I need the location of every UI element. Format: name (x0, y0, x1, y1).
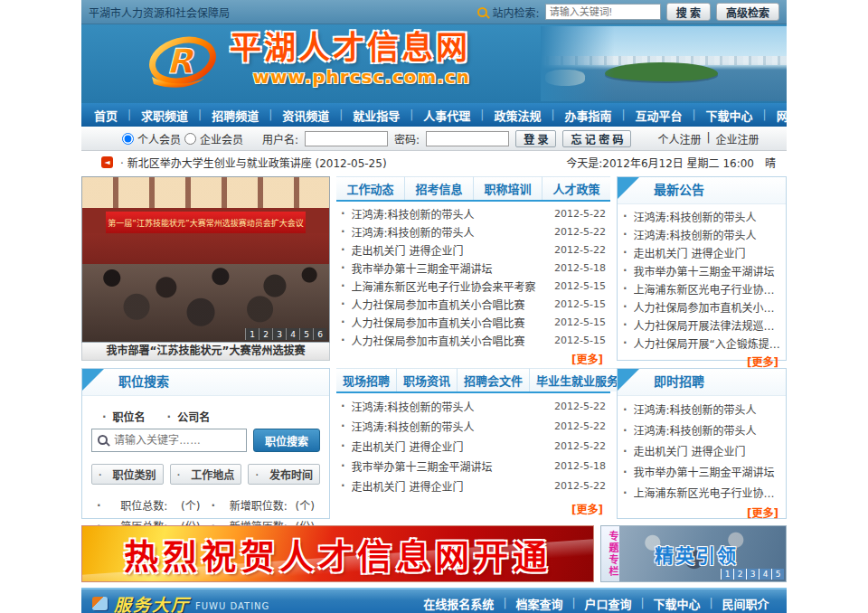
job-filter-button[interactable]: 职位类别 (91, 464, 164, 485)
keyword-input[interactable] (91, 429, 247, 452)
site-search-input[interactable] (545, 4, 661, 20)
nav-link[interactable]: 首页 (85, 107, 127, 124)
photo-page-button[interactable]: 4 (286, 328, 299, 340)
work-news-more-link[interactable]: [更多] (571, 354, 603, 366)
page-container: 平湖市人力资源和社会保障局 站内检索: 搜 索 高级检索 R (81, 0, 787, 613)
nav-link[interactable]: 政策法规 (485, 107, 550, 124)
instant-job-link[interactable]: 走出机关门 进得企业门 (634, 446, 746, 458)
news-link[interactable]: 我市举办第十三期金平湖讲坛 (352, 458, 493, 474)
announcement-link[interactable]: 人力社保局参加市直机关小合唱比赛 (634, 302, 780, 315)
news-tab[interactable]: 人才政策 (542, 176, 610, 200)
special-column-title: 精英引领 (619, 541, 773, 568)
advanced-search-button[interactable]: 高级检索 (716, 3, 779, 21)
photo-page-button[interactable]: 6 (313, 328, 326, 340)
announcements-panel: 最新公告 汪鸿涛:科技创新的带头人 汪鸿涛:科技创新的带头人 走出机关门 进得企… (617, 176, 787, 361)
job-filter-button[interactable]: 发布时间 (248, 464, 320, 485)
side-page-button[interactable]: 3 (746, 569, 759, 580)
news-tab[interactable]: 职称培训 (474, 176, 542, 200)
announcement-link[interactable]: 人力社保局开展法律法规巡回培训 (634, 320, 780, 333)
news-link[interactable]: 汪鸿涛:科技创新的带头人 (352, 224, 475, 240)
news-link[interactable]: 人力社保局参加市直机关小合唱比赛 (352, 297, 525, 312)
instant-job-link[interactable]: 我市举办第十三期金平湖讲坛 (634, 467, 775, 479)
service-link[interactable]: 民间职介 (722, 595, 769, 612)
photo-page-button[interactable]: 5 (299, 328, 313, 340)
stat-label: 新增职位数: (230, 497, 288, 513)
nav-link[interactable]: 求职频道 (132, 107, 197, 124)
job-search-tab[interactable]: 公司名 (156, 406, 222, 427)
company-member-radio[interactable] (184, 133, 196, 145)
job-filter-button[interactable]: 工作地点 (170, 464, 242, 485)
announcement-link[interactable]: 汪鸿涛:科技创新的带头人 (634, 212, 757, 224)
announcement-link[interactable]: 人力社保局开展“入企锻炼提素质” (634, 338, 780, 351)
news-link[interactable]: 汪鸿涛:科技创新的带头人 (352, 399, 475, 414)
side-page-button[interactable]: 1 (721, 569, 733, 580)
side-page-button[interactable]: 2 (733, 569, 746, 580)
special-column-banner[interactable]: 专题专栏 精英引领 1 2 3 4 5 (600, 525, 787, 582)
personal-member-radio[interactable] (122, 133, 134, 145)
login-button[interactable]: 登 录 (515, 130, 556, 147)
service-link[interactable]: 档案查询 (515, 595, 562, 612)
celebration-banner[interactable]: 热烈祝贺人才信息网开通 (81, 525, 594, 582)
nav-link[interactable]: 就业指导 (344, 107, 409, 124)
search-button[interactable]: 搜 索 (666, 3, 711, 21)
announcements-more-link[interactable]: [更多] (747, 356, 778, 369)
forgot-password-button[interactable]: 忘 记 密 码 (562, 130, 631, 147)
news-tab[interactable]: 现场招聘 (336, 368, 397, 391)
stat-label: 职位总数: (120, 497, 167, 513)
job-search-panel: 职位搜索 职位名 公司名 职位搜索 (81, 368, 330, 519)
news-link[interactable]: 人力社保局参加市直机关小合唱比赛 (352, 315, 525, 330)
work-news-tabs: 工作动态 招考信息 职称培训 人才政策 (336, 176, 610, 202)
photo-page-button[interactable]: 3 (272, 328, 286, 340)
side-page-button[interactable]: 5 (771, 569, 784, 580)
photo-page-button[interactable]: 2 (259, 328, 272, 340)
nav-link[interactable]: 办事指南 (555, 107, 620, 124)
service-hall-icon (92, 597, 108, 610)
news-link[interactable]: 汪鸿涛:科技创新的带头人 (352, 206, 475, 222)
announcement-link[interactable]: 我市举办第十三期金平湖讲坛 (634, 266, 775, 278)
news-tab[interactable]: 招聘会文件 (458, 368, 530, 391)
news-link[interactable]: 汪鸿涛:科技创新的带头人 (352, 419, 475, 434)
password-label: 密码: (394, 131, 420, 146)
news-link[interactable]: 上海浦东新区光电子行业协会来平考察 (352, 278, 536, 294)
main-nav: 首页 求职频道 招聘频道 资讯频道 就业指导 人事代理 政策法规 办事指南 互动… (81, 103, 787, 127)
news-link[interactable]: 走出机关门 进得企业门 (352, 439, 464, 454)
nav-link[interactable]: 互动平台 (627, 107, 692, 124)
service-link[interactable]: 下载中心 (654, 595, 701, 612)
photo-page-button[interactable]: 1 (245, 328, 259, 340)
announcement-link[interactable]: 上海浦东新区光电子行业协会来平考 (634, 284, 780, 297)
nav-link[interactable]: 招聘频道 (203, 107, 268, 124)
instant-job-link[interactable]: 汪鸿涛:科技创新的带头人 (634, 404, 757, 417)
news-link[interactable]: 人力社保局参加市直机关小合唱比赛 (352, 333, 525, 348)
news-tab[interactable]: 毕业生就业服务 (530, 368, 625, 391)
password-field[interactable] (426, 131, 509, 146)
job-search-tab[interactable]: 职位名 (91, 406, 156, 427)
news-tab[interactable]: 职场资讯 (397, 368, 458, 391)
news-item: 汪鸿涛:科技创新的带头人 2012-5-22 (336, 204, 610, 222)
nav-link[interactable]: 网站地图 (768, 107, 833, 124)
news-tab[interactable]: 工作动态 (336, 176, 405, 200)
news-link[interactable]: 走出机关门 进得企业门 (352, 242, 464, 258)
svg-text:R: R (166, 42, 194, 81)
job-search-button[interactable]: 职位搜索 (253, 429, 320, 452)
ticker-headline-link[interactable]: 新北区举办大学生创业与就业政策讲座 (2012-05-25) (120, 155, 387, 170)
announcement-link[interactable]: 汪鸿涛:科技创新的带头人 (634, 230, 757, 242)
announcement-link[interactable]: 走出机关门 进得企业门 (634, 248, 746, 260)
instant-jobs-more-link[interactable]: [更多] (747, 507, 778, 520)
news-link[interactable]: 走出机关门 进得企业门 (352, 478, 464, 494)
recruit-news-more-link[interactable]: [更多] (571, 504, 603, 516)
nav-link[interactable]: 下载中心 (697, 107, 762, 124)
news-link[interactable]: 我市举办第十三期金平湖讲坛 (352, 260, 493, 276)
nav-link[interactable]: 人事代理 (414, 107, 479, 124)
company-register-link[interactable]: 企业注册 (716, 131, 760, 146)
news-tab[interactable]: 招考信息 (405, 176, 474, 200)
conference-photo[interactable]: 第一届“江苏技能状元”大赛常州选拔赛动员会扩大会议 1 2 3 4 (81, 176, 330, 343)
instant-job-link[interactable]: 上海浦东新区光电子行业协会来平考 (634, 487, 780, 500)
photo-caption[interactable]: 我市部署“江苏技能状元”大赛常州选拔赛 (81, 343, 330, 361)
nav-link[interactable]: 资讯频道 (273, 107, 338, 124)
personal-register-link[interactable]: 个人注册 (657, 131, 701, 146)
side-page-button[interactable]: 4 (759, 569, 771, 580)
service-link[interactable]: 户口查询 (584, 595, 631, 612)
service-link[interactable]: 在线报名系统 (423, 595, 494, 612)
username-field[interactable] (305, 131, 388, 146)
instant-job-link[interactable]: 汪鸿涛:科技创新的带头人 (634, 425, 757, 438)
